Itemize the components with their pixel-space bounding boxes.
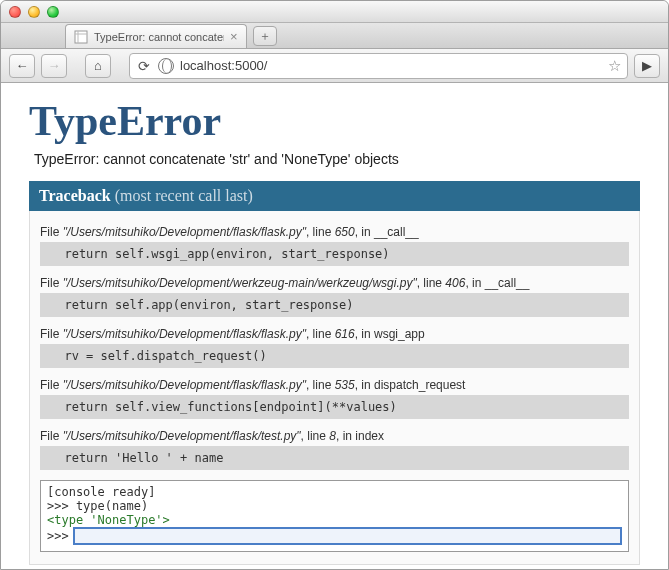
frame-location: File "/Users/mitsuhiko/Development/flask…	[40, 378, 629, 392]
traceback-header: Traceback (most recent call last)	[29, 181, 640, 211]
debugger-page: TypeError TypeError: cannot concatenate …	[1, 83, 668, 565]
window-titlebar	[1, 1, 668, 23]
error-title: TypeError	[29, 97, 640, 145]
new-tab-button[interactable]: ＋	[253, 26, 277, 46]
traceback-body: File "/Users/mitsuhiko/Development/flask…	[29, 211, 640, 565]
traceback-frame[interactable]: File "/Users/mitsuhiko/Development/flask…	[40, 429, 629, 470]
forward-button[interactable]: →	[41, 54, 67, 78]
frame-location: File "/Users/mitsuhiko/Development/flask…	[40, 327, 629, 341]
tab-close-icon[interactable]: ×	[230, 29, 238, 44]
console-return-line: <type 'NoneType'>	[47, 513, 622, 527]
play-icon: ▶	[642, 58, 652, 73]
frame-location: File "/Users/mitsuhiko/Development/werkz…	[40, 276, 629, 290]
site-globe-icon	[158, 58, 174, 74]
error-message: TypeError: cannot concatenate 'str' and …	[34, 151, 640, 167]
browser-toolbar: ← → ⌂ ⟳ ☆ ▶	[1, 49, 668, 83]
frame-code: return 'Hello ' + name	[40, 446, 629, 470]
svg-rect-0	[75, 31, 87, 43]
frame-code: return self.app(environ, start_response)	[40, 293, 629, 317]
frame-code: return self.view_functions[endpoint](**v…	[40, 395, 629, 419]
traceback-frame[interactable]: File "/Users/mitsuhiko/Development/flask…	[40, 378, 629, 419]
address-bar[interactable]: ⟳ ☆	[129, 53, 628, 79]
reload-button[interactable]: ⟳	[136, 58, 152, 74]
tab-strip: TypeError: cannot concatena × ＋	[1, 23, 668, 49]
console-ready-line: [console ready]	[47, 485, 622, 499]
frame-location: File "/Users/mitsuhiko/Development/flask…	[40, 429, 629, 443]
traceback-frame[interactable]: File "/Users/mitsuhiko/Development/flask…	[40, 225, 629, 266]
console-history-line: >>> type(name)	[47, 499, 622, 513]
reload-icon: ⟳	[138, 58, 150, 74]
traceback-frame[interactable]: File "/Users/mitsuhiko/Development/werkz…	[40, 276, 629, 317]
plus-icon: ＋	[259, 28, 271, 45]
frame-location: File "/Users/mitsuhiko/Development/flask…	[40, 225, 629, 239]
traceback-header-light: (most recent call last)	[115, 187, 253, 204]
traceback-frame[interactable]: File "/Users/mitsuhiko/Development/flask…	[40, 327, 629, 368]
console-prompt: >>>	[47, 529, 69, 543]
window-zoom-button[interactable]	[47, 6, 59, 18]
arrow-left-icon: ←	[16, 58, 29, 73]
go-button[interactable]: ▶	[634, 54, 660, 78]
home-button[interactable]: ⌂	[85, 54, 111, 78]
console-input[interactable]	[73, 527, 622, 545]
debug-console[interactable]: [console ready] >>> type(name) <type 'No…	[40, 480, 629, 552]
tab-favicon-icon	[74, 30, 88, 44]
browser-window: TypeError: cannot concatena × ＋ ← → ⌂ ⟳ …	[0, 0, 669, 570]
frame-code: rv = self.dispatch_request()	[40, 344, 629, 368]
frame-code: return self.wsgi_app(environ, start_resp…	[40, 242, 629, 266]
bookmark-star-icon[interactable]: ☆	[608, 57, 621, 75]
traceback-header-strong: Traceback	[39, 187, 111, 204]
browser-tab-active[interactable]: TypeError: cannot concatena ×	[65, 24, 247, 48]
page-viewport[interactable]: TypeError TypeError: cannot concatenate …	[1, 83, 668, 569]
console-input-line: >>>	[47, 527, 622, 545]
home-icon: ⌂	[94, 58, 102, 73]
arrow-right-icon: →	[48, 58, 61, 73]
back-button[interactable]: ←	[9, 54, 35, 78]
tab-title: TypeError: cannot concatena	[94, 31, 224, 43]
window-close-button[interactable]	[9, 6, 21, 18]
window-minimize-button[interactable]	[28, 6, 40, 18]
url-input[interactable]	[180, 58, 602, 73]
